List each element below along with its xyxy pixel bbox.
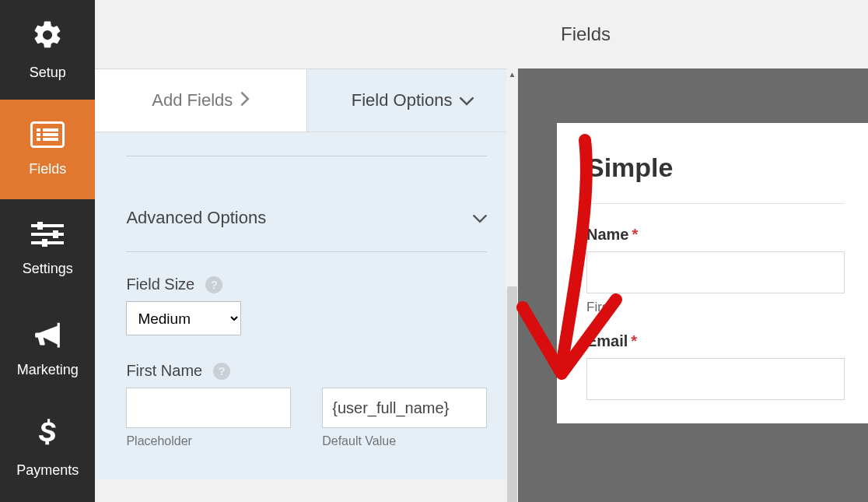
form-card: Simple Name * First Email * — [557, 123, 868, 423]
svg-rect-12 — [42, 239, 47, 247]
email-input[interactable] — [586, 358, 845, 400]
svg-rect-8 — [31, 233, 64, 236]
svg-rect-7 — [31, 224, 64, 227]
nav-label: Setup — [30, 65, 66, 81]
svg-rect-4 — [43, 133, 58, 136]
nav-label: Settings — [23, 261, 73, 277]
nav-label: Payments — [16, 462, 79, 479]
gear-icon — [31, 19, 64, 55]
name-sublabel: First — [586, 300, 845, 315]
preview-canvas: Simple Name * First Email * — [518, 68, 868, 502]
required-mark: * — [632, 226, 638, 244]
default-value-input[interactable] — [322, 388, 487, 428]
first-name-row: First Name ? — [126, 362, 487, 380]
nav-fields[interactable]: Fields — [0, 100, 95, 199]
help-icon[interactable]: ? — [213, 363, 230, 380]
nav-marketing[interactable]: Marketing — [0, 299, 95, 398]
required-mark: * — [631, 332, 637, 350]
chevron-right-icon — [240, 90, 250, 111]
field-size-select[interactable]: Medium — [126, 301, 241, 335]
nav-settings[interactable]: Settings — [0, 199, 95, 299]
bullhorn-icon — [31, 319, 64, 353]
nav-label: Marketing — [17, 362, 79, 378]
tab-label: Add Fields — [152, 90, 233, 111]
fields-icon — [30, 121, 65, 152]
svg-rect-5 — [37, 138, 40, 141]
scrollbar-thumb[interactable] — [507, 286, 517, 502]
left-nav: Setup Fields — [0, 0, 95, 502]
advanced-options-toggle[interactable]: Advanced Options — [126, 180, 487, 228]
divider — [126, 156, 487, 156]
field-label: Name — [586, 226, 628, 244]
tab-label: Field Options — [352, 90, 453, 111]
form-field-email[interactable]: Email * — [586, 332, 845, 400]
panel-header-spacer — [95, 0, 518, 68]
nav-setup[interactable]: Setup — [0, 0, 95, 100]
placeholder-sublabel: Placeholder — [126, 434, 291, 448]
preview-pane: Fields Simple Name * First Email * — [518, 0, 868, 502]
form-field-name[interactable]: Name * First — [586, 226, 845, 315]
nav-label: Fields — [29, 161, 66, 177]
panel-body: Advanced Options Field Size ? Medium Fir… — [95, 132, 518, 479]
default-value-sublabel: Default Value — [322, 434, 487, 448]
scroll-up-icon[interactable]: ▲ — [506, 68, 518, 79]
svg-rect-10 — [37, 222, 43, 230]
preview-header: Fields — [518, 0, 868, 68]
preview-title: Fields — [561, 23, 611, 45]
svg-rect-1 — [37, 128, 40, 132]
field-label: Email — [586, 332, 628, 350]
svg-rect-6 — [43, 138, 58, 141]
panel-tabs: Add Fields Field Options — [95, 68, 518, 132]
divider — [126, 251, 487, 252]
form-title: Simple — [586, 153, 845, 204]
tab-field-options[interactable]: Field Options — [306, 69, 518, 132]
advanced-label: Advanced Options — [126, 208, 266, 228]
nav-payments[interactable]: Payments — [0, 398, 95, 498]
name-input[interactable] — [586, 251, 845, 293]
options-panel: Add Fields Field Options Advanced Option… — [95, 0, 518, 502]
svg-rect-11 — [53, 230, 58, 238]
chevron-down-icon — [460, 90, 474, 111]
first-name-label: First Name — [126, 362, 202, 380]
tab-add-fields[interactable]: Add Fields — [95, 69, 306, 132]
sliders-icon — [31, 221, 64, 251]
scrollbar-track[interactable]: ▲ — [506, 68, 518, 502]
chevron-down-icon — [473, 208, 487, 228]
help-icon[interactable]: ? — [205, 276, 222, 293]
svg-rect-3 — [37, 133, 40, 136]
field-size-row: Field Size ? — [126, 276, 487, 293]
dollar-icon — [39, 418, 56, 453]
svg-rect-2 — [43, 128, 58, 132]
field-size-label: Field Size — [126, 276, 194, 293]
placeholder-input[interactable] — [126, 388, 291, 428]
